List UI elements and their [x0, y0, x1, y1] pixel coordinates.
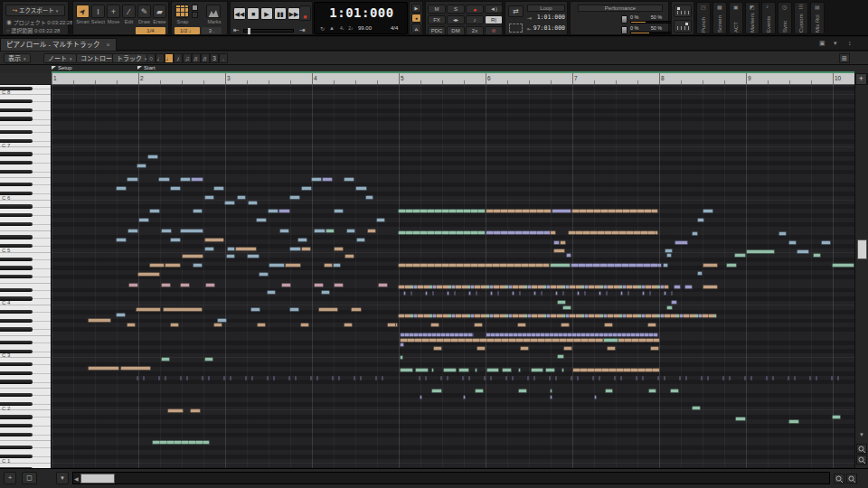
snap-triplet-button[interactable]: 3 .	[202, 27, 222, 34]
midi-note[interactable]	[116, 313, 126, 317]
transport-pause-button[interactable]: ▮▮	[274, 7, 287, 20]
midi-note[interactable]	[432, 291, 434, 296]
midi-note[interactable]	[666, 253, 672, 258]
midi-note[interactable]	[620, 376, 622, 380]
midi-note[interactable]	[224, 201, 235, 205]
midi-note[interactable]	[213, 323, 222, 327]
midi-note[interactable]	[137, 376, 138, 380]
midi-note[interactable]	[250, 307, 260, 312]
midi-note[interactable]	[454, 291, 456, 296]
midi-note[interactable]	[410, 291, 412, 296]
midi-note[interactable]	[552, 209, 571, 213]
metronome-small-icon[interactable]: ▲	[329, 25, 335, 31]
midi-note[interactable]	[88, 318, 111, 323]
midi-note[interactable]	[161, 229, 172, 233]
rte-button[interactable]: ⇥	[299, 26, 306, 34]
hscroll-left-icon[interactable]: ◀	[74, 475, 79, 482]
black-key[interactable]	[0, 222, 33, 226]
midi-note[interactable]	[663, 263, 668, 267]
midi-note[interactable]	[354, 376, 355, 380]
midi-note[interactable]	[193, 209, 203, 213]
midi-note[interactable]	[642, 376, 644, 380]
midi-note[interactable]	[425, 376, 427, 380]
midi-note[interactable]	[425, 291, 428, 296]
midi-note[interactable]	[149, 263, 165, 267]
transport-slider[interactable]	[243, 29, 294, 33]
input-echo-button[interactable]: ◂▸	[447, 15, 465, 24]
midi-note[interactable]	[400, 368, 413, 372]
midi-note[interactable]	[387, 323, 396, 327]
black-key[interactable]	[0, 310, 33, 314]
midi-note[interactable]	[837, 376, 839, 380]
tool-select-button[interactable]: I	[91, 5, 105, 18]
black-key[interactable]	[0, 319, 33, 323]
midi-note[interactable]	[512, 376, 514, 380]
black-key[interactable]	[0, 275, 33, 278]
midi-note[interactable]	[400, 343, 404, 347]
midi-note[interactable]	[365, 195, 373, 200]
midi-note[interactable]	[553, 249, 565, 253]
midi-note[interactable]	[420, 395, 422, 399]
midi-note[interactable]	[190, 408, 201, 413]
midi-note[interactable]	[267, 376, 269, 380]
midi-note[interactable]	[400, 338, 660, 343]
midi-note[interactable]	[137, 272, 160, 277]
midi-note[interactable]	[180, 177, 191, 182]
midi-note[interactable]	[550, 230, 556, 235]
vertical-scrollbar-thumb[interactable]	[857, 239, 867, 259]
module-tab-screen[interactable]: ▦Screen	[712, 2, 727, 34]
midi-note[interactable]	[180, 229, 203, 233]
midi-note[interactable]	[310, 376, 312, 380]
module-tab-punch[interactable]: ◳Punch	[696, 2, 711, 34]
midi-note[interactable]	[322, 177, 333, 182]
midi-note[interactable]	[568, 230, 658, 235]
menu-note[interactable]: ノート▾	[43, 53, 77, 63]
midi-note[interactable]	[213, 186, 224, 191]
midi-note[interactable]	[288, 376, 290, 380]
midi-note[interactable]	[541, 291, 542, 296]
midi-note[interactable]	[458, 368, 469, 372]
midi-note[interactable]	[518, 368, 521, 372]
note-value-button-1[interactable]: ♩	[156, 53, 165, 63]
midi-note[interactable]	[592, 376, 594, 380]
preroll-play-button[interactable]: ▶	[411, 4, 421, 13]
midi-note[interactable]	[557, 300, 566, 305]
midi-note[interactable]	[671, 291, 673, 296]
loop-end-value[interactable]: 97:01:000	[533, 24, 565, 32]
midi-note[interactable]	[809, 376, 811, 380]
midi-note[interactable]	[533, 291, 536, 296]
midi-note[interactable]	[355, 186, 367, 191]
midi-note[interactable]	[431, 389, 442, 393]
midi-note[interactable]	[502, 368, 512, 372]
midi-note[interactable]	[647, 323, 656, 327]
midi-note[interactable]	[816, 376, 817, 380]
midi-note[interactable]	[562, 291, 564, 296]
midi-note[interactable]	[443, 368, 457, 372]
midi-note[interactable]	[334, 283, 344, 287]
fx-button[interactable]: FX	[428, 15, 446, 24]
midi-note[interactable]	[670, 389, 679, 393]
module-tab-act[interactable]: ▣ACT	[729, 2, 743, 34]
midi-note[interactable]	[430, 323, 439, 327]
midi-note[interactable]	[235, 247, 257, 251]
black-key[interactable]	[0, 258, 33, 261]
black-key[interactable]	[0, 213, 33, 217]
midi-note[interactable]	[701, 376, 703, 380]
midi-note[interactable]	[88, 366, 119, 371]
midi-note[interactable]	[158, 177, 170, 182]
add-track-button[interactable]: +	[4, 472, 16, 484]
note-grid[interactable]: AM4v	[52, 85, 854, 468]
midi-note[interactable]	[273, 376, 275, 380]
midi-note[interactable]	[431, 368, 434, 372]
midi-note[interactable]	[205, 283, 215, 287]
expand-icon[interactable]: ↕	[848, 40, 852, 46]
midi-note[interactable]	[788, 376, 789, 380]
midi-note[interactable]	[269, 263, 285, 267]
midi-note[interactable]	[120, 366, 151, 371]
midi-note[interactable]	[703, 285, 718, 289]
midi-note[interactable]	[161, 357, 170, 361]
midi-note[interactable]	[447, 376, 448, 380]
midi-note[interactable]	[127, 229, 138, 233]
midi-note[interactable]	[788, 240, 797, 245]
vscroll-down-icon[interactable]: ▼	[859, 432, 864, 437]
